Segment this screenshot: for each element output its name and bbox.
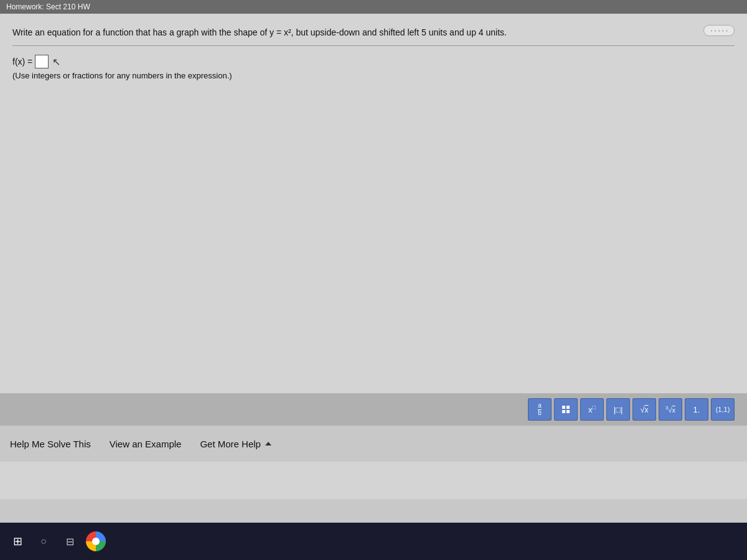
fraction-button[interactable]: a b xyxy=(528,398,552,421)
more-button[interactable]: · · · · · xyxy=(703,25,735,36)
taskbar-search-button[interactable]: ○ xyxy=(32,530,55,553)
math-toolbar: a b x□ |□| √x 3√x 1. ( xyxy=(0,393,747,426)
windows-start-button[interactable]: ⊞ xyxy=(6,530,29,553)
absolute-button[interactable]: |□| xyxy=(606,398,630,421)
question-statement: Write an equation for a function that ha… xyxy=(12,27,507,37)
search-icon: ○ xyxy=(40,536,47,547)
get-more-help-label: Get More Help xyxy=(200,439,261,449)
absolute-icon: |□| xyxy=(614,405,623,414)
question-text: · · · · · Write an equation for a functi… xyxy=(12,26,735,46)
view-example-button[interactable]: View an Example xyxy=(110,439,182,449)
answer-label: f(x) = xyxy=(12,57,32,67)
top-bar: Homework: Sect 210 HW xyxy=(0,0,747,14)
cbrt-button[interactable]: 3√x xyxy=(659,398,682,421)
cbrt-icon: 3√x xyxy=(665,405,675,414)
interval-icon: (1,1) xyxy=(716,406,730,413)
chrome-icon xyxy=(86,531,106,551)
matrix-button[interactable] xyxy=(554,398,578,421)
sqrt-button[interactable]: √x xyxy=(632,398,656,421)
chevron-up-icon xyxy=(265,442,271,446)
power-icon: x□ xyxy=(588,404,596,414)
decimal-button[interactable]: 1. xyxy=(685,398,708,421)
help-me-solve-button[interactable]: Help Me Solve This xyxy=(10,439,91,449)
interval-button[interactable]: (1,1) xyxy=(711,398,735,421)
top-bar-title: Homework: Sect 210 HW xyxy=(6,2,90,11)
taskbar: ⊞ ○ ⊟ xyxy=(0,523,747,560)
instruction-text: (Use integers or fractions for any numbe… xyxy=(12,71,735,80)
answer-input[interactable] xyxy=(35,55,49,68)
matrix-icon xyxy=(562,406,570,413)
cursor-icon: ↖ xyxy=(52,56,60,68)
get-more-help-button[interactable]: Get More Help xyxy=(200,439,271,449)
answer-row: f(x) = ↖ xyxy=(12,55,735,68)
fraction-icon: a b xyxy=(538,403,542,416)
action-bar: Help Me Solve This View an Example Get M… xyxy=(0,426,747,462)
main-content: · · · · · Write an equation for a functi… xyxy=(0,14,747,499)
sqrt-icon: √x xyxy=(640,405,648,414)
taskbar-settings-button[interactable]: ⊟ xyxy=(59,530,81,553)
settings-icon: ⊟ xyxy=(66,536,74,548)
taskbar-chrome-button[interactable] xyxy=(85,530,107,553)
power-button[interactable]: x□ xyxy=(580,398,604,421)
decimal-icon: 1. xyxy=(693,405,700,414)
windows-icon: ⊞ xyxy=(13,534,22,548)
